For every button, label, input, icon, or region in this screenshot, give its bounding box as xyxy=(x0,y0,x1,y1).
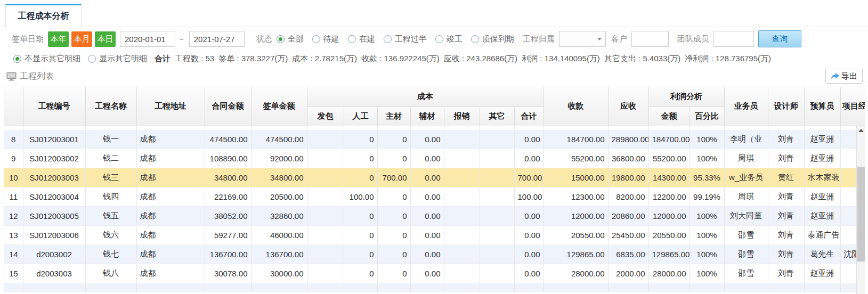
table-row[interactable]: 13SJ012003006钱六成都59277.0046000.00000.000… xyxy=(4,226,857,245)
cell-reimburse[interactable] xyxy=(444,187,480,207)
team-member-input[interactable] xyxy=(713,31,754,47)
cell-outsource[interactable] xyxy=(307,130,344,149)
cell-received-link[interactable]: 55200.00 xyxy=(543,149,608,168)
cell-outsource[interactable] xyxy=(307,264,344,283)
this-year-button[interactable]: 本年 xyxy=(48,31,69,47)
table-row[interactable]: 14d2003002钱七成都136700.00136700.00000.000.… xyxy=(4,245,857,264)
table-row[interactable]: 8SJ012003001钱一成都474500.00474500.00000.00… xyxy=(4,130,857,149)
export-button[interactable]: 导出 xyxy=(825,69,863,84)
cell-main-material[interactable]: 0 xyxy=(377,207,410,226)
cell-other[interactable] xyxy=(480,187,514,207)
cell-reimburse[interactable] xyxy=(444,264,480,283)
cell-other[interactable] xyxy=(480,149,514,168)
cell-received-link[interactable]: 28000.00 xyxy=(543,264,608,283)
header-project-code[interactable]: 工程编号 xyxy=(23,87,85,126)
cell-signed-link[interactable]: 32860.00 xyxy=(251,207,307,226)
cell-main-material[interactable]: 700.00 xyxy=(377,168,410,187)
cell-aux-material[interactable]: 0.00 xyxy=(410,226,444,245)
cell-labor[interactable]: 0 xyxy=(344,149,377,168)
cell-signed-link[interactable]: 46000.00 xyxy=(251,226,307,245)
header-cost-reimburse[interactable]: 报销 xyxy=(444,107,480,126)
cell-aux-material[interactable]: 0.00 xyxy=(410,264,444,283)
cell-labor[interactable]: 0 xyxy=(344,207,377,226)
cell-received-link[interactable]: 20550.00 xyxy=(543,226,608,245)
table-row[interactable]: 10SJ012003003钱三成都34800.0034800.000700.00… xyxy=(4,168,857,187)
project-code-link[interactable]: SJ012003004 xyxy=(23,187,85,207)
cell-signed-link[interactable]: 30000.00 xyxy=(251,264,307,283)
header-cost-labor[interactable]: 人工 xyxy=(344,107,377,126)
date-to-input[interactable] xyxy=(189,31,245,47)
header-budgeter[interactable]: 预算员 xyxy=(804,87,840,126)
header-cost-other[interactable]: 其它 xyxy=(480,107,514,126)
cell-signed-link[interactable]: 136700.00 xyxy=(251,245,307,264)
project-code-link[interactable]: SJ012003002 xyxy=(23,149,85,168)
cell-main-material[interactable]: 0 xyxy=(377,264,410,283)
cell-other[interactable] xyxy=(480,226,514,245)
tab-project-cost-analysis[interactable]: 工程成本分析 xyxy=(5,4,82,27)
header-salesperson[interactable]: 业务员 xyxy=(724,87,768,126)
cell-outsource[interactable] xyxy=(307,187,344,207)
project-code-link[interactable]: SJ012003005 xyxy=(23,207,85,226)
cell-received-link[interactable]: 184700.00 xyxy=(543,130,608,149)
vertical-scrollbar[interactable] xyxy=(856,126,865,294)
cell-signed-link[interactable]: 92000.00 xyxy=(251,149,307,168)
cell-other[interactable] xyxy=(480,264,514,283)
header-project-name[interactable]: 工程名称 xyxy=(85,87,136,126)
ownership-select[interactable] xyxy=(559,31,606,47)
status-option-halfway[interactable]: 工程过半 xyxy=(384,34,427,44)
cell-labor[interactable]: 0 xyxy=(344,245,377,264)
cell-received-link[interactable]: 12300.00 xyxy=(543,187,608,207)
header-profit-percent[interactable]: 百分比 xyxy=(689,107,724,126)
cell-outsource[interactable] xyxy=(307,207,344,226)
cell-signed-link[interactable]: 34800.00 xyxy=(251,168,307,187)
this-month-button[interactable]: 本月 xyxy=(71,31,92,47)
date-from-input[interactable] xyxy=(120,31,175,47)
cell-reimburse[interactable] xyxy=(444,226,480,245)
cell-aux-material[interactable]: 0.00 xyxy=(410,130,444,149)
cell-aux-material[interactable]: 0.00 xyxy=(410,168,444,187)
cell-main-material[interactable]: 0 xyxy=(377,226,410,245)
cell-labor[interactable]: 0 xyxy=(344,168,377,187)
cell-received-link[interactable]: 129865.00 xyxy=(543,245,608,264)
cell-labor[interactable]: 0 xyxy=(344,130,377,149)
status-option-warranty[interactable]: 质保到期 xyxy=(471,34,514,44)
cell-main-material[interactable]: 0 xyxy=(377,130,410,149)
cell-main-material[interactable]: 0 xyxy=(377,187,410,207)
table-row[interactable]: 12SJ012003005钱五成都38052.0032860.00000.000… xyxy=(4,207,857,226)
cell-outsource[interactable] xyxy=(307,226,344,245)
header-signed-amount[interactable]: 签单金额 xyxy=(251,87,307,126)
header-receivable[interactable]: 应收 xyxy=(608,87,648,126)
project-code-link[interactable]: SJ012003006 xyxy=(23,226,85,245)
table-row[interactable]: 11SJ012003004钱四成都22169.0020500.00100.000… xyxy=(4,187,857,207)
query-button[interactable]: 查询 xyxy=(758,30,801,47)
scroll-up-icon[interactable] xyxy=(857,126,865,135)
scrollbar-thumb[interactable] xyxy=(857,167,865,262)
cell-aux-material[interactable]: 0.00 xyxy=(410,245,444,264)
cell-other[interactable] xyxy=(480,207,514,226)
cell-other[interactable] xyxy=(480,130,514,149)
header-designer[interactable]: 设计师 xyxy=(768,87,804,126)
header-cost-total[interactable]: 合计 xyxy=(514,107,543,126)
cell-reimburse[interactable] xyxy=(444,168,480,187)
status-option-inprogress[interactable]: 在建 xyxy=(348,34,375,44)
header-cost-aux-material[interactable]: 辅材 xyxy=(410,107,444,126)
cell-labor[interactable]: 0 xyxy=(344,226,377,245)
status-option-completed[interactable]: 竣工 xyxy=(435,34,463,44)
status-option-pending[interactable]: 待建 xyxy=(312,34,339,44)
project-code-link[interactable]: SJ012003003 xyxy=(23,168,85,187)
table-row[interactable]: 9SJ012003002钱二成都108890.0092000.00000.000… xyxy=(4,149,857,168)
header-project-address[interactable]: 工程地址 xyxy=(136,87,205,126)
cell-reimburse[interactable] xyxy=(444,130,480,149)
cell-other[interactable] xyxy=(480,245,514,264)
cell-outsource[interactable] xyxy=(307,149,344,168)
show-detail-option[interactable]: 显示其它明细 xyxy=(88,54,147,64)
cell-aux-material[interactable]: 0.00 xyxy=(410,207,444,226)
cell-aux-material[interactable]: 0.00 xyxy=(410,187,444,207)
header-project-manager[interactable]: 项目经 xyxy=(840,87,865,126)
cell-outsource[interactable] xyxy=(307,168,344,187)
cell-other[interactable] xyxy=(480,168,514,187)
customer-input[interactable] xyxy=(631,31,669,47)
header-cost-main-material[interactable]: 主材 xyxy=(377,107,410,126)
project-code-link[interactable]: SJ012003001 xyxy=(23,130,85,149)
cell-outsource[interactable] xyxy=(307,245,344,264)
